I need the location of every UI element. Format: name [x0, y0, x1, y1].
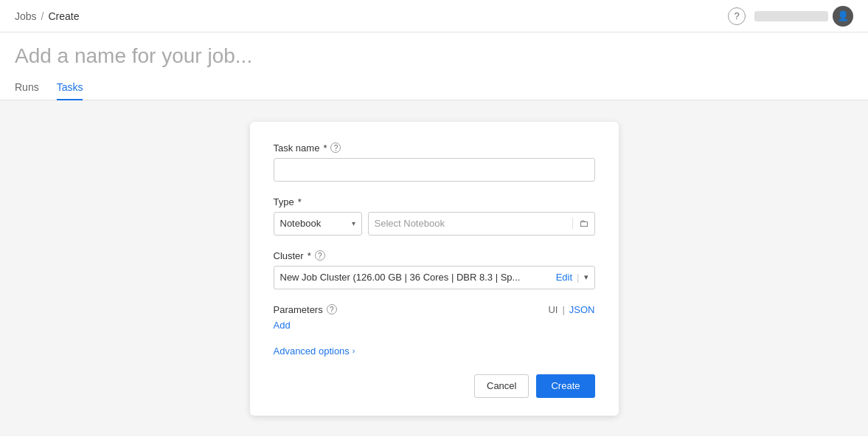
advanced-options-link[interactable]: Advanced options › [274, 346, 595, 357]
type-label: Type * [274, 196, 595, 207]
dialog-footer: Cancel Create [274, 374, 595, 398]
page-header: Add a name for your job... [0, 32, 868, 68]
params-header: Parameters ? UI | JSON [274, 304, 595, 315]
params-mode-ui[interactable]: UI [548, 304, 558, 315]
type-row: Notebook ▾ Select Notebook 🗀 [274, 212, 595, 236]
params-mode-json[interactable]: JSON [569, 304, 595, 315]
folder-icon[interactable]: 🗀 [572, 218, 588, 229]
tab-runs[interactable]: Runs [15, 75, 39, 100]
type-required: * [298, 196, 302, 207]
type-chevron-icon: ▾ [352, 219, 355, 227]
top-bar-right: ? 👤 [728, 6, 853, 27]
cluster-edit-link[interactable]: Edit [556, 272, 572, 283]
cluster-required: * [308, 250, 311, 261]
tab-tasks[interactable]: Tasks [57, 75, 83, 100]
params-help-icon[interactable]: ? [327, 304, 337, 314]
breadcrumb-current: Create [48, 10, 79, 22]
cluster-actions: Edit | ▾ [556, 272, 588, 283]
user-name [754, 11, 828, 21]
page-title[interactable]: Add a name for your job... [15, 44, 853, 68]
cancel-button[interactable]: Cancel [474, 374, 529, 398]
breadcrumb-jobs[interactable]: Jobs [15, 10, 37, 22]
top-bar: Jobs / Create ? 👤 [0, 0, 868, 32]
notebook-select[interactable]: Select Notebook 🗀 [368, 212, 595, 236]
task-name-field-group: Task name * ? [274, 142, 595, 182]
cluster-row: New Job Cluster (126.00 GB | 36 Cores | … [274, 266, 595, 289]
params-field-group: Parameters ? UI | JSON Add [274, 304, 595, 331]
task-name-required: * [323, 142, 327, 154]
tabs-bar: Runs Tasks [0, 75, 868, 100]
cluster-help-icon[interactable]: ? [315, 250, 325, 261]
cluster-divider: | [577, 272, 579, 283]
user-area: 👤 [754, 6, 853, 27]
help-icon-button[interactable]: ? [728, 7, 746, 25]
cluster-chevron-icon[interactable]: ▾ [584, 272, 588, 282]
task-name-input[interactable] [274, 158, 595, 182]
type-select-dropdown[interactable]: Notebook ▾ [274, 212, 362, 236]
cluster-label: Cluster * ? [274, 250, 595, 261]
task-name-help-icon[interactable]: ? [330, 142, 341, 153]
type-select-value: Notebook [280, 218, 322, 229]
advanced-options-text: Advanced options [274, 346, 350, 357]
breadcrumb-separator: / [41, 10, 44, 22]
params-label: Parameters ? [274, 304, 337, 315]
params-add-link[interactable]: Add [274, 320, 595, 331]
type-field-group: Type * Notebook ▾ Select Notebook 🗀 [274, 196, 595, 236]
params-mode-switcher: UI | JSON [548, 304, 594, 315]
notebook-placeholder-text: Select Notebook [375, 218, 445, 229]
cluster-field-group: Cluster * ? New Job Cluster (126.00 GB |… [274, 250, 595, 289]
cluster-value-text: New Job Cluster (126.00 GB | 36 Cores | … [280, 272, 556, 283]
params-mode-pipe: | [562, 304, 564, 315]
breadcrumb: Jobs / Create [15, 10, 80, 22]
avatar[interactable]: 👤 [833, 6, 853, 27]
advanced-chevron-icon: › [353, 346, 355, 355]
task-name-label: Task name * ? [274, 142, 595, 154]
main-content: Task name * ? Type * Notebook ▾ Select N… [0, 100, 868, 436]
task-dialog: Task name * ? Type * Notebook ▾ Select N… [250, 122, 619, 416]
create-button[interactable]: Create [536, 374, 594, 398]
